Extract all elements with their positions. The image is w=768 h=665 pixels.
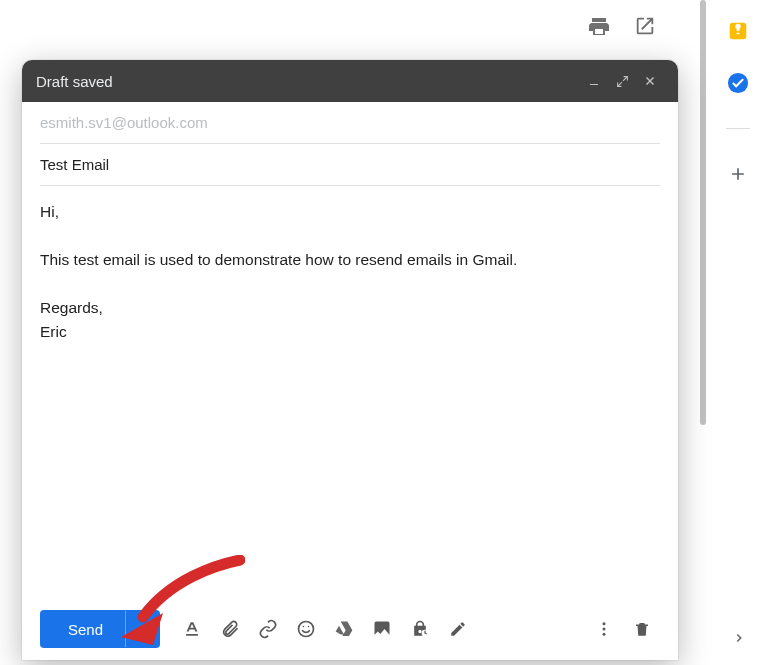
format-text-icon[interactable] <box>174 611 210 647</box>
confidential-icon[interactable] <box>402 611 438 647</box>
svg-point-5 <box>603 628 606 631</box>
side-panel-separator <box>726 128 750 129</box>
image-icon[interactable] <box>364 611 400 647</box>
attach-icon[interactable] <box>212 611 248 647</box>
svg-point-6 <box>603 633 606 636</box>
link-icon[interactable] <box>250 611 286 647</box>
emoji-icon[interactable] <box>288 611 324 647</box>
keep-notes-icon[interactable] <box>727 20 749 42</box>
send-button-label: Send <box>46 621 125 638</box>
message-toolbar <box>0 15 768 55</box>
compose-footer: Send <box>22 604 678 660</box>
add-icon[interactable] <box>727 163 749 185</box>
compose-body: esmith.sv1@outlook.com Test Email Hi, Th… <box>22 102 678 604</box>
svg-point-2 <box>299 622 314 637</box>
drive-icon[interactable] <box>326 611 362 647</box>
chevron-right-icon[interactable] <box>732 631 746 645</box>
svg-point-4 <box>603 622 606 625</box>
fullscreen-icon[interactable] <box>608 67 636 95</box>
side-panel <box>708 0 768 665</box>
scrollbar[interactable] <box>700 0 706 425</box>
close-icon[interactable] <box>636 67 664 95</box>
signature-icon[interactable] <box>440 611 476 647</box>
compose-header: Draft saved <box>22 60 678 102</box>
send-options-dropdown[interactable] <box>126 624 154 634</box>
print-icon[interactable] <box>587 15 611 39</box>
compose-title: Draft saved <box>36 73 580 90</box>
message-body[interactable]: Hi, This test email is used to demonstra… <box>40 186 660 604</box>
minimize-icon[interactable] <box>580 67 608 95</box>
compose-window: Draft saved esmith.sv1@outlook.com Test … <box>22 60 678 660</box>
more-icon[interactable] <box>586 611 622 647</box>
subject-field[interactable]: Test Email <box>40 144 660 186</box>
trash-icon[interactable] <box>624 611 660 647</box>
tasks-icon[interactable] <box>727 72 749 94</box>
open-new-window-icon[interactable] <box>634 15 658 39</box>
to-field[interactable]: esmith.sv1@outlook.com <box>40 102 660 144</box>
send-button[interactable]: Send <box>40 610 160 648</box>
